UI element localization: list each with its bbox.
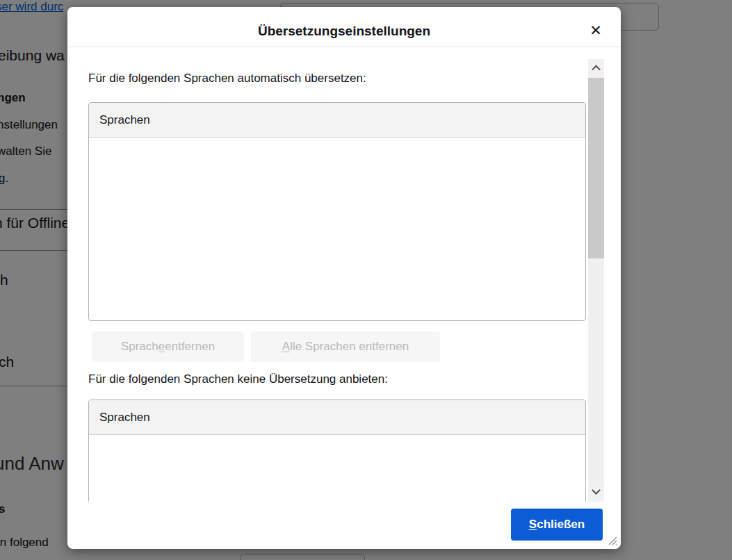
always-translate-list[interactable]: Sprachen	[88, 102, 586, 321]
button-access-key: S	[529, 518, 537, 532]
button-label-part: chließen	[537, 518, 585, 532]
button-label-part: Sprach	[121, 340, 158, 354]
translation-settings-dialog: Übersetzungseinstellungen ✕ Für die folg…	[67, 7, 621, 549]
dialog-title: Übersetzungseinstellungen	[67, 24, 621, 39]
remove-language-button[interactable]: Sprache entfernen	[92, 331, 244, 362]
auto-translate-label: Für die folgenden Sprachen automatisch ü…	[88, 72, 366, 85]
resize-grip-icon	[606, 534, 617, 545]
scrollbar-thumb[interactable]	[588, 78, 604, 258]
resize-grip[interactable]	[606, 534, 617, 545]
chevron-down-icon	[592, 486, 601, 495]
dialog-scroll-area: Für die folgenden Sprachen automatisch ü…	[67, 59, 588, 502]
scrollbar-down-button[interactable]	[588, 483, 604, 502]
button-label-part: lle Sprachen entfernen	[290, 340, 409, 354]
languages-column-header: Sprachen	[89, 400, 585, 435]
header-divider	[67, 47, 621, 47]
languages-column-header: Sprachen	[89, 103, 585, 138]
close-icon[interactable]: ✕	[583, 18, 608, 43]
button-access-key: A	[282, 340, 290, 354]
never-translate-list[interactable]: Sprachen	[88, 400, 586, 502]
chevron-up-icon	[592, 65, 601, 74]
close-dialog-button[interactable]: Schließen	[511, 509, 603, 541]
button-access-key: e	[158, 340, 165, 354]
scrollbar-track[interactable]	[588, 59, 604, 502]
never-translate-label: Für die folgenden Sprachen keine Überset…	[88, 372, 388, 386]
screen: ser wird durc reibung wa ngen nstellunge…	[0, 0, 732, 560]
button-label-part: entfernen	[165, 340, 215, 354]
remove-all-languages-button[interactable]: Alle Sprachen entfernen	[251, 331, 440, 362]
scrollbar-up-button[interactable]	[588, 59, 604, 78]
